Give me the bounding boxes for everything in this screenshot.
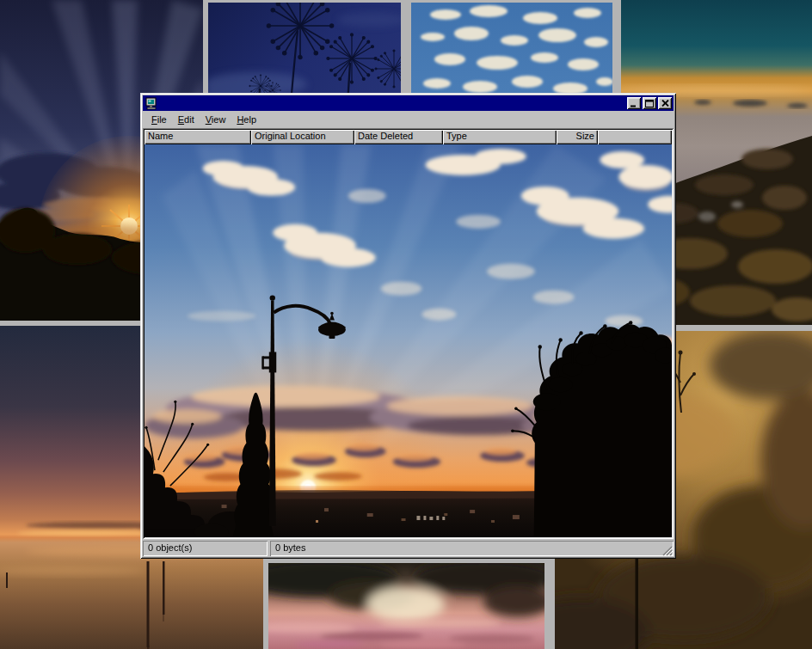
menu-help[interactable]: Help [233, 113, 260, 126]
column-header-date-deleted[interactable]: Date Deleted [354, 130, 443, 144]
column-header-original-location[interactable]: Original Location [251, 130, 354, 144]
minimize-button[interactable] [627, 97, 641, 109]
close-icon [661, 100, 669, 107]
titlebar[interactable] [143, 95, 674, 111]
wallpaper-photo-reflections [268, 563, 544, 649]
status-bytes-text: 0 bytes [275, 542, 305, 553]
resize-grip-icon [661, 545, 673, 556]
menu-file-mnemonic: F [151, 114, 157, 125]
maximize-icon [645, 100, 654, 107]
column-header-filler[interactable] [598, 130, 672, 144]
menu-edit-mnemonic: E [178, 114, 184, 125]
status-objects-text: 0 object(s) [148, 542, 192, 553]
computer-icon-art [145, 97, 158, 110]
resize-grip[interactable] [661, 544, 673, 555]
column-label: Date Deleted [358, 131, 413, 141]
list-viewport[interactable] [145, 144, 672, 537]
column-label: Name [148, 131, 173, 141]
minimize-icon [630, 100, 638, 107]
column-header-name[interactable]: Name [145, 130, 251, 144]
column-header-row: Name Original Location Date Deleted Type… [145, 130, 672, 144]
recycle-bin-window: File Edit View Help Name Original Locati… [140, 93, 676, 559]
menubar: File Edit View Help [143, 111, 674, 128]
computer-icon [145, 97, 158, 110]
status-bytes-panel: 0 bytes [270, 541, 674, 556]
menu-file[interactable]: File [148, 113, 170, 126]
menu-view[interactable]: View [202, 113, 230, 126]
maximize-button[interactable] [643, 97, 656, 109]
menu-view-mnemonic: V [206, 114, 212, 125]
close-button[interactable] [658, 97, 672, 109]
desktop-wallpaper: File Edit View Help Name Original Locati… [0, 0, 812, 649]
menu-file-label: ile [157, 114, 167, 125]
sunset-lamppost-photo [145, 144, 672, 537]
menu-edit[interactable]: Edit [175, 113, 198, 126]
menu-help-label: elp [243, 114, 256, 125]
column-label: Size [576, 131, 594, 141]
file-listview[interactable]: Name Original Location Date Deleted Type… [143, 128, 674, 539]
menu-edit-label: dit [184, 114, 194, 125]
reflections-art [268, 563, 544, 649]
column-label: Original Location [255, 131, 326, 141]
column-label: Type [446, 131, 467, 141]
menu-view-label: iew [212, 114, 226, 125]
column-header-type[interactable]: Type [443, 130, 557, 144]
status-objects-panel: 0 object(s) [143, 541, 268, 556]
statusbar: 0 object(s) 0 bytes [143, 541, 674, 556]
column-header-size[interactable]: Size [557, 130, 598, 144]
